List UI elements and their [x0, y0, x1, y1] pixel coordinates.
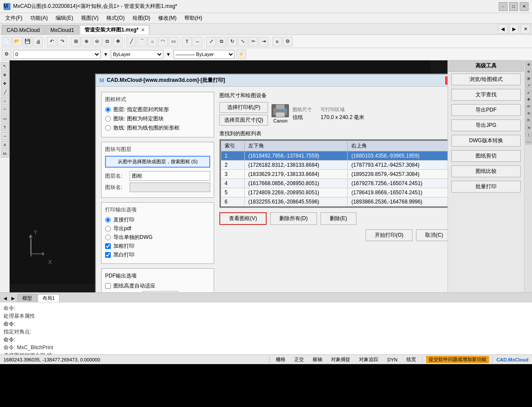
status-submit-btn[interactable]: 提交软件问题或增加新功能 — [426, 356, 489, 363]
tb-text[interactable]: T — [182, 37, 192, 46]
status-dyn[interactable]: DYN — [384, 357, 400, 363]
tool-line[interactable]: ╱ — [1, 88, 9, 96]
block-name-input[interactable] — [130, 182, 210, 192]
tb-line[interactable]: ╱ — [127, 37, 136, 46]
delete-all-btn[interactable]: 删除所有(D) — [270, 212, 317, 225]
tb-layer[interactable]: ≡ — [272, 37, 282, 46]
layout-next[interactable]: ▶ — [10, 294, 17, 302]
radio-direct-input[interactable] — [105, 217, 111, 223]
menu-func[interactable]: 功能(A) — [27, 14, 51, 23]
tb-polyline[interactable]: ⌒ — [137, 37, 147, 46]
status-polar[interactable]: 极轴 — [310, 356, 325, 363]
edge-icon-11[interactable]: | — [525, 131, 532, 137]
pdf-auto-checkbox[interactable] — [105, 283, 111, 289]
btn-paper-cut[interactable]: 图纸剪切 — [451, 150, 521, 162]
tb2-settings[interactable]: ⚙ — [2, 49, 11, 59]
edge-icon-7[interactable]: ⟳ — [525, 103, 532, 109]
edge-icon-3[interactable]: ⊞ — [525, 75, 532, 81]
status-ortho[interactable]: 正交 — [292, 356, 307, 363]
tb-copy[interactable]: ⧉ — [217, 37, 226, 46]
tab-nav-close[interactable]: ✕ — [521, 24, 530, 34]
menu-format[interactable]: 格式(O) — [103, 14, 128, 23]
tb-undo[interactable]: ↶ — [47, 37, 56, 46]
linetype-select[interactable]: ByLayer — [111, 50, 163, 59]
tb-rotate[interactable]: ↻ — [227, 37, 237, 46]
tb-circle[interactable]: ○ — [148, 37, 157, 46]
layout-prev[interactable]: ◀ — [2, 294, 9, 302]
tb-new[interactable]: 📄 — [2, 37, 11, 46]
radio-export-pdf[interactable]: 导出pdf — [105, 225, 210, 232]
checkbox-bold-print[interactable]: 加粗打印 — [105, 242, 210, 250]
tab-drawing[interactable]: 管道安装大样图1.mxg* ✕ — [80, 25, 149, 35]
tb-trim[interactable]: ✂ — [248, 37, 258, 46]
btn-batch-print[interactable]: 批量打印 — [451, 181, 521, 193]
tool-arc[interactable]: ◠ — [1, 106, 9, 114]
tb-dim[interactable]: ↔ — [193, 37, 202, 46]
tb-scale[interactable]: ⤡ — [238, 37, 247, 46]
pdf-auto-height-row[interactable]: 图纸高度自动适应 — [105, 282, 210, 290]
bold-print-checkbox[interactable] — [105, 243, 111, 249]
radio-block[interactable]: 图块: 图框为特定图块 — [105, 115, 210, 123]
btn-dwg-convert[interactable]: DWG版本转换 — [451, 135, 521, 147]
start-print-btn[interactable]: 开始打印(O) — [366, 229, 412, 241]
layer-select[interactable]: 0 — [13, 50, 101, 59]
tb-pan[interactable]: ✥ — [113, 37, 123, 46]
edge-icon-2[interactable]: ⊖ — [525, 68, 532, 74]
view-frame-btn[interactable]: 查看图框(V) — [219, 212, 267, 225]
tb-props[interactable]: ⚙ — [283, 37, 292, 46]
edge-icon-1[interactable]: ⊕ — [525, 61, 532, 67]
close-button[interactable]: ✕ — [520, 2, 528, 11]
radio-export-dwg[interactable]: 导出单独的DWG — [105, 234, 210, 241]
radio-block-input[interactable] — [105, 116, 111, 122]
edge-icon-4[interactable]: ↗ — [525, 82, 532, 88]
menu-view[interactable]: 视图(V) — [78, 14, 102, 23]
table-row[interactable]: 6(1832255.6136,-208645.5596)(1893866.253… — [221, 197, 448, 207]
maximize-button[interactable]: □ — [509, 2, 518, 11]
tool-text[interactable]: T — [1, 123, 9, 131]
layout-tab-model[interactable]: 模型 — [18, 294, 37, 302]
table-row[interactable]: 5(1724809.2269,-208950.8051)(1786419.866… — [221, 188, 448, 197]
menu-modify[interactable]: 修改(M) — [155, 14, 180, 23]
radio-dwg-input[interactable] — [105, 235, 111, 240]
select-paper-btn[interactable]: 选择页面尺寸(Q) — [219, 115, 268, 126]
tab-nav-right[interactable]: ▶ — [509, 24, 519, 34]
edge-icon-8[interactable]: ⟲ — [525, 110, 532, 116]
radio-layer[interactable]: 图层: 指定图层封闭矩形 — [105, 106, 210, 113]
radio-layer-input[interactable] — [105, 107, 111, 112]
tool-select[interactable]: ↖ — [1, 62, 9, 70]
status-grid[interactable]: 栅格 — [273, 356, 288, 363]
tb-zoom-out[interactable]: ⊖ — [92, 37, 102, 46]
status-otrack[interactable]: 对象追踪 — [356, 356, 381, 363]
tb-rect[interactable]: ▭ — [169, 37, 178, 46]
minimize-button[interactable]: － — [499, 2, 507, 11]
btn-export-jpg[interactable]: 导出JPG — [451, 119, 521, 131]
radio-direct-print[interactable]: 直接打印 — [105, 216, 210, 224]
tool-ia[interactable]: IA — [1, 150, 9, 158]
tab-cad-mxcloud[interactable]: CAD.MxCloud — [2, 25, 45, 35]
table-row[interactable]: 2(1726182.8312,-138133.8684)(1787793.471… — [221, 161, 448, 170]
table-row[interactable]: 3(1833629.2179,-138133.8684)(1895239.857… — [221, 170, 448, 179]
delete-btn[interactable]: 删除(E) — [321, 212, 356, 225]
tb-extend[interactable]: ⇥ — [259, 37, 268, 46]
radio-scatter-input[interactable] — [105, 125, 111, 131]
tb-save[interactable]: 💾 — [23, 37, 32, 46]
bw-print-checkbox[interactable] — [105, 252, 111, 258]
edge-icon-5[interactable]: ↙ — [525, 89, 532, 95]
status-lweight[interactable]: 线宽 — [404, 356, 419, 363]
edge-icon-10[interactable]: ⇲ — [525, 124, 532, 130]
btn-text-find[interactable]: 文字查找 — [451, 89, 521, 101]
edge-icon-6[interactable]: ✥ — [525, 96, 532, 102]
radio-scatter[interactable]: 散线: 图框为线包围的矩形框 — [105, 124, 210, 132]
drawing-canvas[interactable]: 70000 60000 50000 40000 30000 Y X — [10, 60, 447, 292]
edge-icon-9[interactable]: ⇱ — [525, 117, 532, 123]
tab-mxcloud1[interactable]: MxCloud1 — [46, 25, 79, 35]
tool-rect[interactable]: ▭ — [1, 115, 9, 123]
tool-zoom[interactable]: ⊕ — [1, 71, 9, 79]
search-frame-btn[interactable]: 从图中选择图块或图层，搜索图框 (S) — [105, 156, 210, 168]
table-row[interactable]: 4(1617668.0856,-208950.8051)(1679278.725… — [221, 179, 448, 188]
menu-draw[interactable]: 绘图(D) — [129, 14, 154, 23]
tool-pan[interactable]: ✥ — [1, 80, 9, 88]
layout-tab-layout1[interactable]: 布局1 — [38, 294, 60, 302]
cancel-btn[interactable]: 取消(C) — [416, 229, 447, 241]
btn-paper-compare[interactable]: 图纸比较 — [451, 165, 521, 177]
